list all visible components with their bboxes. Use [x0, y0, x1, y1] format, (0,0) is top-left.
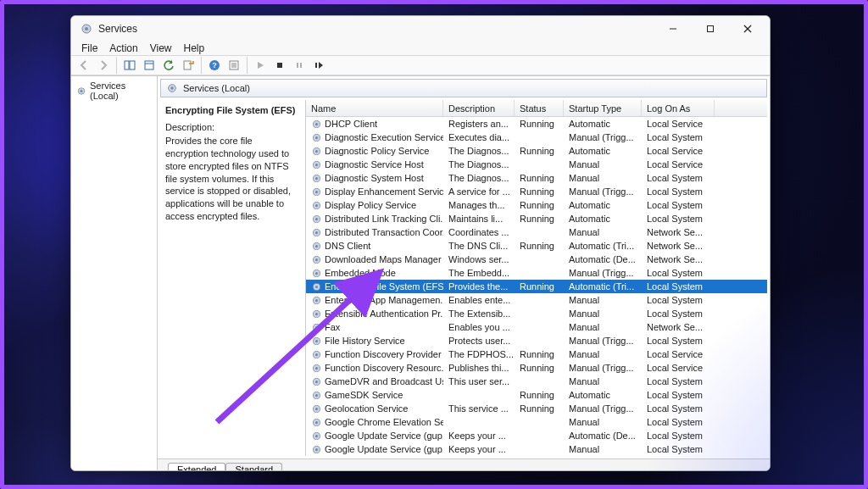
- maximize-button[interactable]: [692, 16, 729, 42]
- list-header-label: Services (Local): [183, 83, 250, 93]
- service-status: Running: [515, 200, 564, 210]
- service-row[interactable]: Diagnostic Service HostThe Diagnos...Man…: [306, 158, 767, 171]
- service-row[interactable]: Google Update Service (gup...Keeps your …: [306, 442, 767, 456]
- service-logon: Local System: [642, 268, 715, 278]
- service-row[interactable]: Geolocation ServiceThis service ...Runni…: [306, 402, 767, 415]
- col-logon[interactable]: Log On As: [642, 100, 715, 116]
- service-row[interactable]: Display Policy ServiceManages th...Runni…: [306, 198, 767, 212]
- col-startup[interactable]: Startup Type: [564, 100, 642, 116]
- back-button[interactable]: [75, 56, 93, 75]
- svg-rect-20: [315, 63, 317, 68]
- minimize-button[interactable]: [654, 16, 692, 42]
- service-row[interactable]: DNS ClientThe DNS Cli...RunningAutomatic…: [306, 239, 767, 253]
- service-desc: The Embedd...: [443, 268, 515, 278]
- service-row[interactable]: Diagnostic Execution ServiceExecutes dia…: [306, 131, 767, 144]
- service-row[interactable]: Display Enhancement ServiceA service for…: [306, 185, 767, 198]
- service-desc: The Extensib...: [443, 308, 515, 319]
- service-row[interactable]: Google Update Service (gup...Keeps your …: [306, 429, 767, 442]
- service-logon: Local System: [642, 390, 715, 400]
- service-desc: Keeps your ...: [443, 444, 515, 454]
- service-startup: Manual (Trigg...: [564, 132, 642, 142]
- svg-rect-7: [130, 61, 135, 69]
- service-desc: Publishes thi...: [443, 363, 515, 373]
- service-status: Running: [515, 119, 564, 129]
- service-desc: The FDPHOS...: [443, 349, 515, 359]
- service-row[interactable]: Diagnostic System HostThe Diagnos...Runn…: [306, 171, 767, 185]
- service-logon: Local System: [642, 295, 715, 305]
- tree-root-label: Services (Local): [90, 81, 152, 101]
- svg-point-34: [315, 176, 318, 179]
- start-service-button[interactable]: [251, 56, 270, 75]
- svg-point-70: [315, 420, 318, 423]
- service-name: Extensible Authentication Pr...: [325, 308, 443, 319]
- service-row[interactable]: Function Discovery Provider ...The FDPHO…: [306, 347, 767, 361]
- col-name[interactable]: Name: [306, 100, 443, 116]
- service-startup: Automatic: [564, 119, 642, 129]
- forward-button[interactable]: [94, 56, 113, 75]
- service-desc: Enables ente...: [443, 295, 515, 305]
- service-row[interactable]: Google Chrome Elevation Se...ManualLocal…: [306, 415, 767, 429]
- service-desc: This service ...: [443, 403, 515, 414]
- service-name: DHCP Client: [325, 119, 377, 129]
- service-name: Function Discovery Provider ...: [325, 349, 443, 359]
- service-row[interactable]: DHCP ClientRegisters an...RunningAutomat…: [306, 117, 767, 131]
- service-row[interactable]: Encrypting File System (EFS)Provides the…: [306, 280, 767, 293]
- svg-rect-17: [277, 63, 282, 68]
- tree-root-node[interactable]: Services (Local): [75, 80, 153, 102]
- refresh-button[interactable]: [159, 56, 178, 75]
- service-list[interactable]: DHCP ClientRegisters an...RunningAutomat…: [306, 117, 767, 456]
- svg-point-28: [315, 136, 318, 138]
- restart-service-button[interactable]: [309, 56, 328, 75]
- service-desc: Executes dia...: [443, 132, 515, 142]
- service-row[interactable]: Extensible Authentication Pr...The Exten…: [306, 307, 767, 320]
- show-hide-tree-button[interactable]: [120, 56, 139, 75]
- tab-extended[interactable]: Extended: [168, 463, 225, 471]
- service-status: Running: [515, 241, 564, 251]
- service-logon: Network Se...: [642, 254, 715, 264]
- service-logon: Local System: [642, 336, 715, 346]
- help-button[interactable]: ?: [205, 56, 224, 75]
- service-row[interactable]: Distributed Link Tracking Cli...Maintain…: [306, 212, 767, 225]
- menu-help[interactable]: Help: [179, 42, 210, 55]
- stop-service-button[interactable]: [270, 56, 289, 75]
- service-row[interactable]: Distributed Transaction Coor...Coordinat…: [306, 225, 767, 239]
- properties2-button[interactable]: [225, 56, 243, 75]
- menu-file[interactable]: File: [76, 42, 103, 55]
- tab-standard[interactable]: Standard: [225, 463, 282, 471]
- service-row[interactable]: FaxEnables you ...ManualNetwork Se...: [306, 320, 767, 334]
- menu-view[interactable]: View: [145, 42, 177, 55]
- service-row[interactable]: File History ServiceProtects user...Manu…: [306, 334, 767, 347]
- service-row[interactable]: Embedded ModeThe Embedd...Manual (Trigg.…: [306, 266, 767, 280]
- svg-point-42: [315, 231, 318, 233]
- svg-point-30: [315, 149, 318, 152]
- window-title: Services: [98, 23, 137, 35]
- svg-point-26: [315, 122, 318, 125]
- col-description[interactable]: Description: [443, 100, 515, 116]
- service-row[interactable]: Diagnostic Policy ServiceThe Diagnos...R…: [306, 144, 767, 158]
- view-tabs: Extended Standard: [158, 458, 770, 471]
- svg-point-48: [315, 271, 318, 274]
- service-row[interactable]: GameSDK ServiceRunningAutomaticLocal Sys…: [306, 388, 767, 402]
- menu-action[interactable]: Action: [104, 42, 142, 55]
- close-button[interactable]: [729, 16, 766, 42]
- service-row[interactable]: Enterprise App Managemen...Enables ente.…: [306, 293, 767, 307]
- svg-point-24: [170, 86, 174, 90]
- service-name: Distributed Transaction Coor...: [325, 227, 443, 237]
- svg-rect-10: [184, 61, 191, 69]
- svg-point-74: [315, 447, 318, 450]
- svg-point-62: [315, 366, 318, 369]
- properties-button[interactable]: [140, 56, 159, 75]
- service-desc: Enables you ...: [443, 322, 515, 332]
- service-row[interactable]: Downloaded Maps ManagerWindows ser...Aut…: [306, 253, 767, 266]
- service-logon: Local System: [642, 200, 715, 210]
- service-name: GameDVR and Broadcast Us...: [325, 376, 443, 386]
- svg-rect-18: [297, 63, 298, 68]
- col-status[interactable]: Status: [515, 100, 564, 116]
- pause-service-button[interactable]: [290, 56, 309, 75]
- service-status: Running: [515, 146, 564, 156]
- export-button[interactable]: [179, 56, 198, 75]
- service-desc: Maintains li...: [443, 214, 515, 224]
- service-startup: Manual: [564, 295, 642, 305]
- service-row[interactable]: GameDVR and Broadcast Us...This user ser…: [306, 375, 767, 388]
- service-row[interactable]: Function Discovery Resourc...Publishes t…: [306, 361, 767, 375]
